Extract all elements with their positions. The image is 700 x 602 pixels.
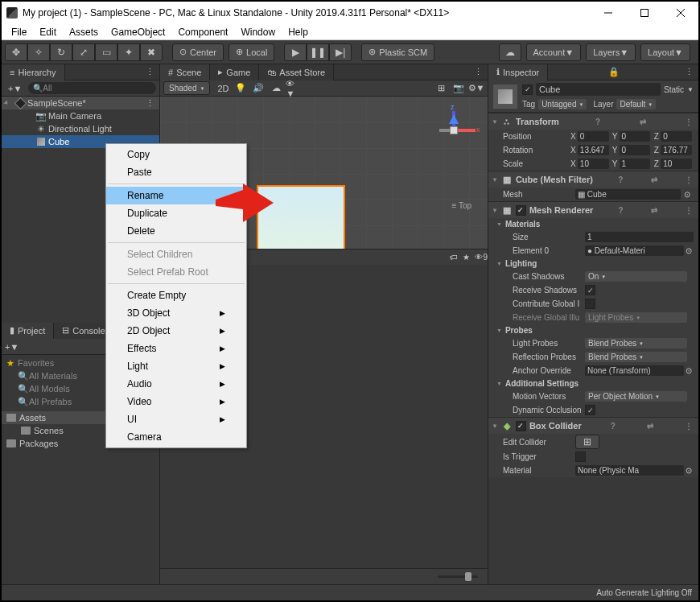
account-dropdown[interactable]: Account ▼ [526,43,582,61]
box-collider-enabled[interactable]: ✓ [516,421,526,431]
orientation-gizmo[interactable]: z x [430,106,478,155]
maximize-button[interactable] [626,2,662,24]
menu-edit[interactable]: Edit [33,27,63,38]
menu-component[interactable]: Component [171,27,234,38]
rect-tool-button[interactable]: ▭ [95,43,117,61]
gizmos-toggle[interactable]: ⊞ [433,82,449,95]
ctx-camera[interactable]: Camera [106,428,246,446]
pivot-center-button[interactable]: ⊙Center [172,43,224,61]
menu-file[interactable]: File [5,27,33,38]
step-button[interactable]: ▶| [329,43,352,61]
motion-vectors-dropdown[interactable]: Per Object Motion [585,391,687,402]
hand-tool-button[interactable]: ✥ [5,43,27,61]
project-hidden-button[interactable]: 👁9 [475,253,488,262]
audio-toggle[interactable]: 🔊 [250,82,266,95]
receive-shadows-checkbox[interactable]: ✓ [585,285,595,295]
tab-game[interactable]: ▸Game [210,64,259,80]
rot-x[interactable]: 13.647 [578,145,609,155]
view-label[interactable]: Top [451,201,471,210]
hidden-toggle[interactable]: 👁▼ [286,82,302,95]
pos-y[interactable]: 0 [620,131,651,142]
additional-settings-header[interactable]: Additional Settings [488,377,698,390]
gameobject-icon[interactable] [493,85,517,109]
transform-menu[interactable]: ⋮ [682,118,695,126]
rot-z[interactable]: 176.77 [661,145,692,155]
tag-dropdown[interactable]: Untagged [538,99,587,109]
play-button[interactable]: ▶ [284,43,307,61]
shading-dropdown[interactable]: Shaded [163,81,210,95]
gizmo-dropdown[interactable]: ⚙▼ [468,82,484,95]
ctx-2d-object[interactable]: 2D Object▶ [106,322,246,340]
reflection-probes-dropdown[interactable]: Blend Probes [585,352,687,362]
move-tool-button[interactable]: ✧ [27,43,50,61]
anchor-override-field[interactable]: None (Transform) [585,365,684,376]
minimize-button[interactable] [590,2,626,24]
pos-z[interactable]: 0 [661,131,692,142]
mesh-picker[interactable]: ⊙ [681,190,694,199]
materials-size[interactable]: 1 [585,232,694,242]
cloud-button[interactable]: ☁ [499,43,521,61]
mesh-field[interactable]: ▦ Cube [575,189,681,200]
menu-window[interactable]: Window [234,27,282,38]
tab-inspector[interactable]: ℹInspector [488,64,548,80]
material-element-0[interactable]: ● Default-Materi [585,245,684,256]
camera-settings[interactable]: 📷 [451,82,467,95]
scene-menu-button[interactable]: ⋮ [141,98,159,109]
project-filter-button[interactable]: 🏷 [450,253,458,262]
probes-header[interactable]: Probes [488,324,698,336]
cast-shadows-dropdown[interactable]: On [585,271,687,282]
is-trigger-checkbox[interactable] [575,452,586,462]
close-button[interactable] [662,2,698,24]
pivot-local-button[interactable]: ⊕Local [229,43,274,61]
lighting-header[interactable]: Lighting [488,258,698,270]
tab-hierarchy[interactable]: ≡Hierarchy [2,64,65,80]
ctx-3d-object[interactable]: 3D Object▶ [106,304,246,322]
gameobject-name-field[interactable]: Cube [536,83,661,96]
hierarchy-item-light[interactable]: ☀Directional Light [2,122,159,135]
hierarchy-search-input[interactable]: 🔍 All [28,82,156,94]
custom-tool-button[interactable]: ✖ [140,43,163,61]
mesh-renderer-enabled[interactable]: ✓ [516,205,526,216]
inspector-menu-button[interactable]: ⋮ [680,67,698,77]
layers-dropdown[interactable]: Layers ▼ [586,43,636,61]
rot-y[interactable]: 0 [620,145,651,155]
2d-toggle[interactable]: 2D [215,82,231,95]
ctx-effects[interactable]: Effects▶ [106,340,246,357]
tab-project[interactable]: ▮Project [2,323,54,339]
fx-toggle[interactable]: ☁ [268,82,284,95]
transform-help[interactable]: ? [593,118,603,126]
lighting-toggle[interactable]: 💡 [233,82,249,95]
ctx-copy[interactable]: Copy [106,146,246,163]
scale-y[interactable]: 1 [620,159,651,169]
pause-button[interactable]: ❚❚ [307,43,329,61]
hierarchy-menu-button[interactable]: ⋮ [141,67,159,77]
contribute-gi-checkbox[interactable] [585,299,595,309]
ctx-light[interactable]: Light▶ [106,357,246,375]
dynamic-occlusion-checkbox[interactable]: ✓ [585,405,595,415]
menu-help[interactable]: Help [282,27,315,38]
tab-scene[interactable]: #Scene [160,64,210,80]
plastic-scm-button[interactable]: ⊛Plastic SCM [361,43,434,61]
hierarchy-item-camera[interactable]: 📷Main Camera [2,109,159,122]
scene-row[interactable]: SampleScene*⋮ [2,97,159,109]
static-dropdown[interactable]: ▼ [687,86,694,93]
scale-tool-button[interactable]: ⤢ [72,43,95,61]
inspector-lock-button[interactable]: 🔒 [605,67,623,77]
light-probes-dropdown[interactable]: Blend Probes [585,338,687,348]
layout-dropdown[interactable]: Layout ▼ [640,43,690,61]
materials-header[interactable]: Materials [488,218,698,230]
edit-collider-button[interactable]: ⊞ [575,435,599,449]
scene-tabs-menu[interactable]: ⋮ [469,67,488,77]
layer-dropdown[interactable]: Default [616,99,656,109]
hierarchy-create-button[interactable]: +▼ [5,84,25,93]
transform-tool-button[interactable]: ✦ [117,43,140,61]
transform-reset[interactable]: ⇄ [637,118,649,126]
physic-material-field[interactable]: None (Physic Ma [575,465,684,476]
scale-x[interactable]: 10 [578,159,609,169]
scale-z[interactable]: 10 [661,159,692,169]
ctx-create-empty[interactable]: Create Empty [106,287,246,304]
project-create-button[interactable]: +▼ [5,342,19,352]
rotate-tool-button[interactable]: ↻ [50,43,72,61]
menu-assets[interactable]: Assets [63,27,105,38]
pos-x[interactable]: 0 [578,131,609,142]
